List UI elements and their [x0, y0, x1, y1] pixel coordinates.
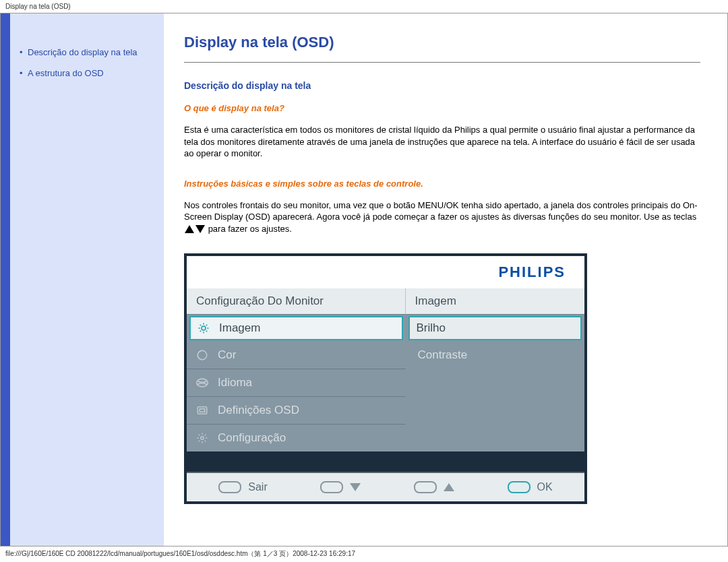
pill-icon [414, 481, 437, 493]
osd-subitem-brilho[interactable]: Brilho [408, 316, 582, 340]
paragraph-instructions-b: para fazer os ajustes. [208, 224, 292, 234]
osd-brandbar: PHILIPS [187, 256, 584, 288]
header-breadcrumb: Display na tela (OSD) [0, 0, 728, 13]
osd-right-column: Imagem Brilho Contraste [406, 288, 585, 451]
osd-subitem-label: Contraste [418, 348, 468, 362]
triangle-up-icon [444, 483, 454, 491]
osd-item-imagem[interactable]: Imagem [189, 316, 403, 340]
svg-rect-5 [198, 407, 207, 414]
sidebar: Descrição do display na tela A estrutura… [10, 13, 164, 546]
svg-marker-1 [195, 225, 205, 233]
brightness-icon [196, 321, 211, 336]
osd-left-column: Configuração Do Monitor Imagem Cor [187, 288, 406, 451]
svg-rect-6 [200, 409, 205, 412]
osd-footer-down[interactable] [320, 481, 361, 493]
page-frame: Descrição do display na tela A estrutura… [0, 13, 728, 547]
osd-icon [195, 403, 210, 418]
osd-item-label: Imagem [219, 321, 260, 335]
osd-item-label: Configuração [218, 431, 286, 445]
osd-subitem-contraste[interactable]: Contraste [406, 342, 585, 369]
sidebar-link-description[interactable]: Descrição do display na tela [28, 47, 138, 57]
svg-point-2 [202, 326, 206, 330]
paragraph-instructions: Nos controles frontais do seu monitor, u… [184, 199, 700, 235]
osd-item-idioma[interactable]: Idioma [187, 369, 406, 397]
language-icon [195, 375, 210, 390]
osd-item-configuracao[interactable]: Configuração [187, 425, 406, 451]
pill-icon [218, 481, 241, 493]
paragraph-intro: Esta é uma característica em todos os mo… [184, 124, 700, 160]
pill-icon [320, 481, 343, 493]
pill-icon [508, 481, 530, 493]
osd-item-definicoes[interactable]: Definições OSD [187, 397, 406, 425]
osd-footer-exit-label: Sair [248, 481, 267, 493]
triangle-down-icon [350, 483, 361, 491]
divider [184, 62, 700, 63]
sidebar-link-structure[interactable]: A estrutura do OSD [28, 68, 104, 78]
osd-item-label: Idioma [218, 376, 252, 389]
osd-screenshot: PHILIPS Configuração Do Monitor Imagem [184, 253, 587, 504]
osd-item-label: Cor [218, 348, 236, 362]
osd-footer-ok[interactable]: OK [508, 481, 553, 493]
subheading-what-is: O que é display na tela? [184, 103, 700, 113]
page-title: Display na tela (OSD) [184, 34, 700, 51]
osd-footer: Sair OK [187, 472, 584, 501]
paragraph-instructions-a: Nos controles frontais do seu monitor, u… [184, 200, 698, 222]
main-content: Display na tela (OSD) Descrição do displ… [164, 13, 727, 546]
osd-footer-up[interactable] [414, 481, 454, 493]
triangle-up-icon [184, 224, 195, 234]
philips-logo: PHILIPS [498, 263, 566, 281]
osd-right-header: Imagem [406, 288, 585, 315]
svg-marker-0 [185, 225, 194, 233]
triangle-down-icon [195, 224, 206, 234]
osd-footer-exit[interactable]: Sair [218, 481, 267, 493]
sidebar-item-description[interactable]: Descrição do display na tela [20, 47, 154, 57]
section-title-description: Descrição do display na tela [184, 80, 700, 91]
color-icon [195, 348, 210, 363]
settings-icon [195, 431, 210, 445]
sidebar-item-structure[interactable]: A estrutura do OSD [20, 68, 154, 78]
osd-item-cor[interactable]: Cor [187, 342, 406, 369]
inline-arrow-icons [184, 224, 208, 234]
osd-subitem-label: Brilho [417, 321, 446, 335]
subheading-instructions: Instruções básicas e simples sobre as te… [184, 179, 700, 189]
osd-left-header: Configuração Do Monitor [187, 288, 406, 315]
osd-footer-ok-label: OK [537, 481, 553, 493]
left-stripe [1, 13, 10, 546]
svg-point-7 [201, 437, 204, 440]
osd-item-label: Definições OSD [218, 404, 299, 417]
footer-file-path: file:///G|/160E/160E CD 20081222/lcd/man… [0, 547, 728, 561]
